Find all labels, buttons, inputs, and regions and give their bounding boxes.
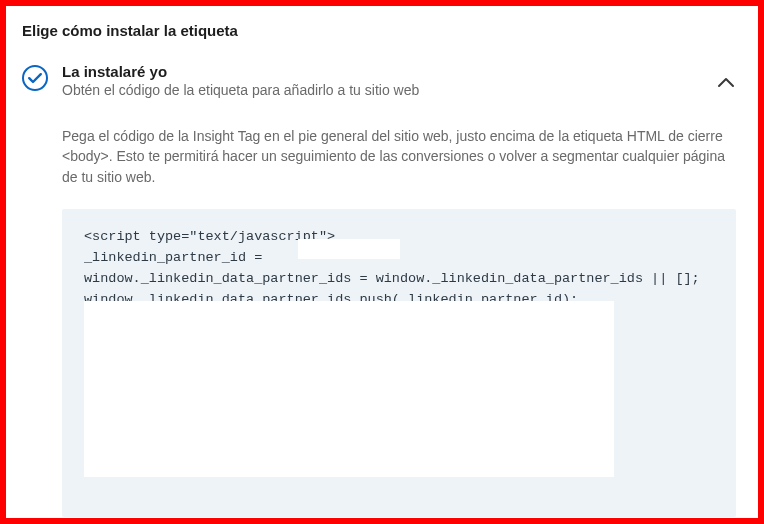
install-option-text: La instalaré yo Obtén el código de la et… bbox=[62, 63, 702, 98]
instructions-text: Pega el código de la Insight Tag en el p… bbox=[62, 126, 736, 187]
page-title: Elige cómo instalar la etiqueta bbox=[22, 22, 742, 39]
chevron-up-icon[interactable] bbox=[716, 73, 736, 93]
svg-point-0 bbox=[23, 66, 47, 90]
panel-frame: Elige cómo instalar la etiqueta La insta… bbox=[0, 0, 764, 524]
code-line-2: _linkedin_partner_id = bbox=[84, 250, 270, 265]
install-option-subtitle: Obtén el código de la etiqueta para añad… bbox=[62, 82, 702, 98]
code-snippet[interactable]: <script type="text/javascript"> _linkedi… bbox=[62, 209, 736, 517]
code-redacted-lines bbox=[84, 313, 716, 495]
code-line-3: window._linkedin_data_partner_ids = wind… bbox=[84, 271, 700, 286]
code-line-4: window._linkedin_data_partner_ids.push(_… bbox=[84, 292, 578, 307]
install-option-row[interactable]: La instalaré yo Obtén el código de la et… bbox=[22, 63, 742, 98]
radio-selected-icon[interactable] bbox=[22, 65, 48, 91]
code-line-1: <script type="text/javascript"> bbox=[84, 229, 335, 244]
install-option-title: La instalaré yo bbox=[62, 63, 702, 80]
